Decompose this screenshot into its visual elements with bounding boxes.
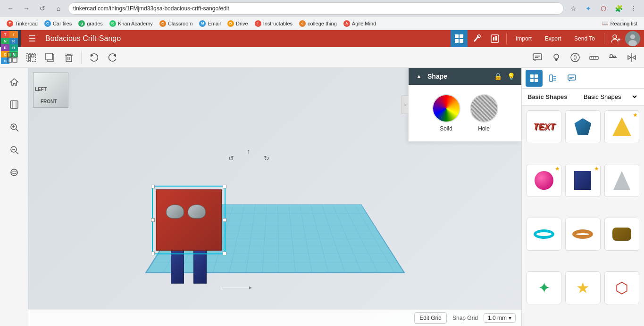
align-button[interactable]: [604, 49, 621, 66]
forward-button[interactable]: →: [20, 2, 33, 15]
zoom-out-button[interactable]: [5, 140, 24, 159]
bookmark-icon: M: [199, 20, 206, 27]
zoom-in-button[interactable]: [5, 118, 24, 137]
robot-body[interactable]: [156, 189, 222, 251]
shape-lock-btn[interactable]: 🔒: [493, 72, 502, 81]
home-button[interactable]: ⌂: [52, 2, 65, 15]
ungroup-button[interactable]: [23, 49, 40, 66]
edit-grid-button[interactable]: Edit Grid: [414, 312, 447, 324]
snap-grid-value[interactable]: 1.0 mm ▾: [484, 313, 516, 323]
shapes-category-select[interactable]: Basic Shapes Featured Shapes Letters: [582, 93, 638, 101]
svg-rect-2: [455, 39, 459, 43]
star-badge: ★: [555, 165, 560, 172]
torus-brown-shape: [572, 229, 593, 239]
extension-blue[interactable]: ✦: [582, 2, 595, 15]
export-button[interactable]: Export: [539, 30, 567, 47]
handle-tr[interactable]: [223, 185, 226, 188]
bookmark-carfiles[interactable]: C Car files: [42, 18, 75, 29]
shape-panel-btn[interactable]: [544, 70, 561, 87]
bookmark-khan[interactable]: K Khan Academy: [107, 18, 156, 29]
pyramid-shape: [612, 117, 631, 136]
shape-item-star-green[interactable]: ✦: [527, 271, 561, 304]
extension-puzzle[interactable]: 🧩: [612, 2, 625, 15]
panel-collapse-handle[interactable]: ›: [401, 95, 409, 114]
shape-hint-btn[interactable]: 💡: [506, 72, 516, 81]
grid-view-btn[interactable]: [526, 70, 543, 87]
hole-circle: [470, 94, 498, 122]
handle-bl[interactable]: [151, 252, 155, 255]
view-cube[interactable]: LEFT FRONT: [33, 73, 68, 108]
extension-red[interactable]: ⬡: [597, 2, 610, 15]
bookmark-college[interactable]: c college thing: [296, 18, 340, 29]
bookmark-label: Agile Mind: [352, 21, 376, 26]
shape-item-pyramid[interactable]: ★: [604, 110, 639, 143]
chat-btn[interactable]: [563, 70, 580, 87]
bookmark-icon: D: [227, 20, 234, 27]
user-avatar[interactable]: [625, 31, 640, 46]
bookmark-email[interactable]: M Email: [196, 18, 224, 29]
design-tab-button[interactable]: [451, 30, 468, 47]
cone-shape: [613, 171, 630, 190]
delete-button[interactable]: [60, 49, 77, 66]
reading-list-button[interactable]: 📖 Reading list: [599, 18, 640, 29]
cube-face-front[interactable]: LEFT FRONT: [33, 73, 68, 108]
robot-figure[interactable]: [156, 189, 222, 284]
undo-button[interactable]: [85, 49, 102, 66]
logo-k: K: [9, 38, 18, 44]
import-button[interactable]: Import: [510, 30, 538, 47]
address-bar[interactable]: tinkercad.com/things/1FMjmd33qsa-bodacio…: [68, 2, 564, 15]
comment-button[interactable]: [529, 49, 546, 66]
hint-button[interactable]: [548, 49, 565, 66]
ruler-button[interactable]: [585, 49, 602, 66]
mirror-button[interactable]: [623, 49, 640, 66]
group-button[interactable]: [4, 49, 21, 66]
solid-option[interactable]: Solid: [432, 94, 460, 132]
canvas-area[interactable]: LEFT FRONT ↺ ↻ ↑: [28, 68, 521, 326]
fit-view-button[interactable]: [5, 95, 24, 114]
bookmark-agile[interactable]: A Agile Mind: [341, 18, 379, 29]
shape-item-torus[interactable]: [527, 218, 561, 251]
shape-item-star-gold[interactable]: ★: [565, 271, 600, 304]
tools-tab-button[interactable]: [468, 30, 485, 47]
handle-tl[interactable]: [151, 185, 155, 188]
star-button[interactable]: ☆: [567, 2, 580, 15]
shape-item-gem[interactable]: [565, 110, 600, 143]
header-menu-icon[interactable]: ☰: [25, 32, 40, 46]
shape-item-hexagon[interactable]: ⬡: [604, 271, 639, 304]
bookmark-classroom[interactable]: C Classroom: [157, 18, 196, 29]
shape-item-text3d[interactable]: TEXT: [527, 110, 561, 143]
handle-ml[interactable]: [151, 218, 155, 222]
bookmark-grades[interactable]: g grades: [75, 18, 106, 29]
shape-item-rounded-box[interactable]: [604, 218, 639, 251]
shape-item-cone[interactable]: [604, 164, 639, 197]
rotate-left[interactable]: ↺: [226, 154, 236, 163]
bookmark-drive[interactable]: D Drive: [225, 18, 251, 29]
redo-button[interactable]: [104, 49, 121, 66]
hole-option[interactable]: Hole: [470, 94, 498, 132]
orbit-button[interactable]: [5, 163, 24, 182]
chrome-menu[interactable]: ⋮: [627, 2, 640, 15]
bookmark-instructables[interactable]: I Instructables: [252, 18, 295, 29]
reload-button[interactable]: ↺: [36, 2, 49, 15]
sendto-button[interactable]: Send To: [568, 30, 601, 47]
duplicate-button[interactable]: [42, 49, 59, 66]
home-view-button[interactable]: [5, 73, 24, 91]
back-button[interactable]: ←: [4, 2, 17, 15]
shape-mode-button[interactable]: [567, 49, 584, 66]
rotate-right[interactable]: ↻: [262, 154, 271, 163]
shape-item-box[interactable]: ★: [565, 164, 600, 197]
shape-item-sphere[interactable]: ★: [527, 164, 561, 197]
add-user-button[interactable]: [607, 30, 624, 47]
logo-i: I: [9, 31, 18, 38]
bookmark-tinkercad[interactable]: T Tinkercad: [4, 18, 41, 29]
logo-n: N: [1, 38, 9, 44]
tinkercad-logo[interactable]: T I N K E R C A D: [0, 30, 21, 47]
simulate-tab-button[interactable]: [486, 30, 503, 47]
svg-rect-16: [8, 58, 12, 62]
snap-dropdown-arrow: ▾: [509, 315, 511, 321]
shape-item-torus-brown[interactable]: [565, 218, 600, 251]
svg-rect-60: [530, 79, 534, 82]
cube-front-label: FRONT: [41, 99, 57, 104]
shape-panel-collapse-btn[interactable]: ▲: [414, 72, 424, 81]
rotate-top[interactable]: ↑: [244, 147, 253, 156]
